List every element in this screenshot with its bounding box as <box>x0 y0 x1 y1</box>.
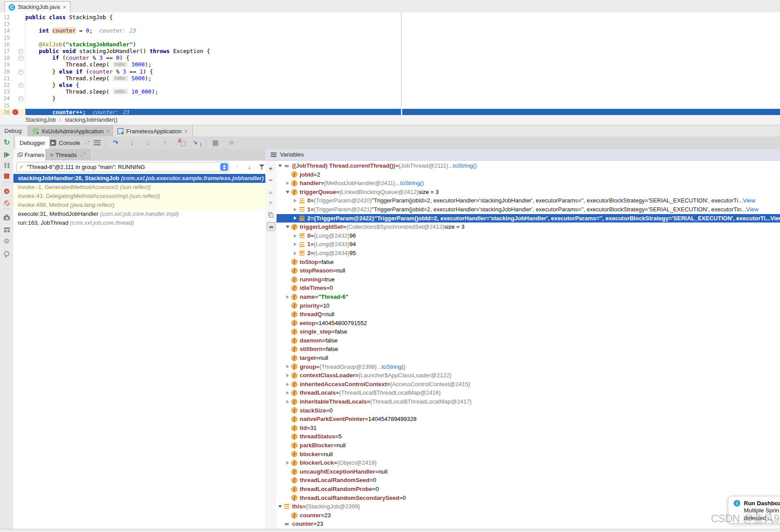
expander-open-icon[interactable] <box>284 226 291 228</box>
breadcrumb-class[interactable]: StackingJob <box>25 117 56 123</box>
rerun-icon[interactable]: ↻ <box>2 137 12 147</box>
stack-frame-row[interactable]: invoke:-1, GeneratedMethodAccessor2 (sun… <box>13 183 265 192</box>
code-line[interactable]: } <box>25 95 780 102</box>
code-line[interactable]: public void stackingJobHandler() throws … <box>25 48 780 54</box>
variable-row[interactable]: ftriggerQueue = {LinkedBlockingQueue@241… <box>277 188 780 197</box>
variable-row[interactable]: fnativeParkEventPointer = 14045478949932… <box>277 415 780 424</box>
drop-frame-icon[interactable]: ✗ <box>177 139 186 146</box>
code-line[interactable]: } else { <box>25 82 780 88</box>
expander-open-icon[interactable] <box>277 165 283 167</box>
move-up-icon[interactable] <box>267 188 275 196</box>
expander-closed-icon[interactable] <box>284 374 291 377</box>
code-line[interactable]: @XxlJob("stackingJobHandler") <box>25 41 780 48</box>
expander-closed-icon[interactable] <box>284 365 291 368</box>
variable-row[interactable]: feetop = 140454800791552 <box>277 319 780 328</box>
resume-program-icon[interactable] <box>2 150 12 160</box>
breakpoint-icon[interactable]: ✓ <box>12 109 18 115</box>
variable-row[interactable]: 1 = {Long@2433} 94 <box>277 240 780 249</box>
value-link[interactable]: toString() <box>381 363 405 371</box>
fold-marker-icon[interactable] <box>19 96 23 101</box>
gutter-line[interactable]: 19 <box>0 61 25 68</box>
variable-row[interactable]: this = {StackingJob@2399} <box>277 502 780 511</box>
gutter-line[interactable]: 15 <box>0 34 25 41</box>
variable-row[interactable]: ∞((JobThread) Thread.currentThread()) = … <box>277 161 780 170</box>
gutter-line[interactable]: 26✓ <box>0 109 25 115</box>
variable-row[interactable]: fthreadQ = null <box>277 310 780 319</box>
variable-row[interactable]: 0 = {Long@2432} 96 <box>277 231 780 240</box>
gutter-line[interactable]: 18 <box>0 54 25 61</box>
variable-row[interactable]: ftriggerLogIdSet = {Collections$Synchron… <box>277 223 780 231</box>
code-line[interactable] <box>25 102 780 109</box>
filter-frames-icon[interactable] <box>259 165 264 170</box>
variable-row[interactable]: fstopReason = null <box>277 266 780 275</box>
variable-row[interactable]: fparkBlocker = null <box>277 441 780 450</box>
variable-row[interactable]: fname = "Thread-6" <box>277 293 780 301</box>
variable-row[interactable]: fjobId = 2 <box>277 170 780 179</box>
expander-closed-icon[interactable] <box>284 391 291 395</box>
debug-tab-frameless[interactable]: FramelessApplication × <box>112 125 193 137</box>
code-editor[interactable]: 12public class StackingJob {1314 int cou… <box>0 12 780 115</box>
variable-row[interactable]: fthreadLocalRandomSecondarySeed = 0 <box>277 494 780 503</box>
code-line[interactable] <box>25 21 780 27</box>
close-icon[interactable]: × <box>63 5 66 9</box>
fold-marker-icon[interactable] <box>19 70 23 74</box>
variables-menu-icon[interactable] <box>271 153 277 157</box>
variable-row[interactable]: fthreadStatus = 5 <box>277 432 780 441</box>
threads-view-icon[interactable] <box>94 140 101 145</box>
tab-threads[interactable]: ≡ Threads →" <box>45 149 90 161</box>
prev-frame-icon[interactable]: ↑ <box>235 163 239 170</box>
variable-row[interactable]: fthreadLocalRandomProbe = 0 <box>277 485 780 494</box>
close-icon[interactable]: × <box>184 128 188 135</box>
view-breakpoints-icon[interactable] <box>2 186 12 196</box>
variable-row[interactable]: frunning = true <box>277 275 780 284</box>
step-into-icon[interactable]: ↓ <box>127 138 137 147</box>
expander-closed-icon[interactable] <box>284 461 291 465</box>
force-step-into-icon[interactable]: ↓ <box>144 138 153 147</box>
variable-row[interactable]: fsingle_step = false <box>277 327 780 336</box>
move-down-icon[interactable] <box>267 199 275 207</box>
variable-row[interactable]: 0 = {TriggerParam@2420} "TriggerParam{jo… <box>277 196 780 205</box>
variable-row[interactable]: ftid = 31 <box>277 424 780 433</box>
expander-closed-icon[interactable] <box>292 252 298 255</box>
variable-row[interactable]: 1 = {TriggerParam@2421} "TriggerParam{jo… <box>277 205 780 214</box>
variable-row[interactable]: fthreadLocalRandomSeed = 0 <box>277 476 780 485</box>
variable-row[interactable]: fidleTimes = 0 <box>277 284 780 293</box>
remove-watch-icon[interactable]: − <box>267 176 275 184</box>
duplicate-watch-icon[interactable] <box>267 210 275 219</box>
stop-icon[interactable] <box>2 171 12 181</box>
variable-row[interactable]: 2 = {TriggerParam@2422} "TriggerParam{jo… <box>277 214 780 223</box>
pause-program-icon[interactable] <box>2 161 12 170</box>
gutter-line[interactable]: 23 <box>0 88 25 95</box>
expander-closed-icon[interactable] <box>284 383 291 386</box>
code-line[interactable]: int counter = 0; counter: 23 <box>25 27 780 34</box>
expander-open-icon[interactable] <box>277 505 283 508</box>
restore-layout-icon[interactable] <box>2 225 12 235</box>
variable-row[interactable]: fstillborn = false <box>277 345 780 354</box>
stack-frame-row[interactable]: execute:31, MethodJobHandler (com.xxl.jo… <box>13 210 265 219</box>
stack-frame-row[interactable]: stackingJobHandler:26, StackingJob (com.… <box>13 174 265 183</box>
expander-closed-icon[interactable] <box>292 208 298 211</box>
variable-row[interactable]: fthreadLocals = {ThreadLocal$ThreadLocal… <box>277 388 780 397</box>
gutter-line[interactable]: 22 <box>0 82 25 88</box>
variable-row[interactable]: fhandler = {MethodJobHandler@2411} ... t… <box>277 179 780 188</box>
variable-row[interactable]: ftoStop = false <box>277 258 780 267</box>
expander-closed-icon[interactable] <box>284 400 291 404</box>
layout-settings-icon[interactable]: ≋ <box>227 138 236 147</box>
code-line[interactable] <box>25 34 780 41</box>
value-link[interactable]: View <box>770 214 780 223</box>
variable-row[interactable]: finheritableThreadLocals = {ThreadLocal$… <box>277 397 780 406</box>
variable-row[interactable]: fpriority = 10 <box>277 301 780 310</box>
expander-closed-icon[interactable] <box>292 243 298 246</box>
thread-dump-camera-icon[interactable] <box>2 213 12 223</box>
expander-closed-icon[interactable] <box>284 295 291 299</box>
mute-breakpoints-icon[interactable] <box>2 198 12 208</box>
show-watches-icon[interactable]: ∞ <box>267 222 276 231</box>
tab-debugger[interactable]: Debugger <box>15 136 50 149</box>
run-to-cursor-icon[interactable]: ↘I <box>193 139 202 147</box>
expander-closed-icon[interactable] <box>292 216 298 220</box>
variable-row[interactable]: finheritedAccessControlContext = {Access… <box>277 380 780 389</box>
variable-row[interactable]: fcounter = 23 <box>277 511 780 520</box>
fold-marker-icon[interactable] <box>19 56 23 61</box>
code-line[interactable]: } else if (counter % 3 == 1) { <box>25 68 780 75</box>
variable-row[interactable]: 2 = {Long@2434} 95 <box>277 249 780 258</box>
